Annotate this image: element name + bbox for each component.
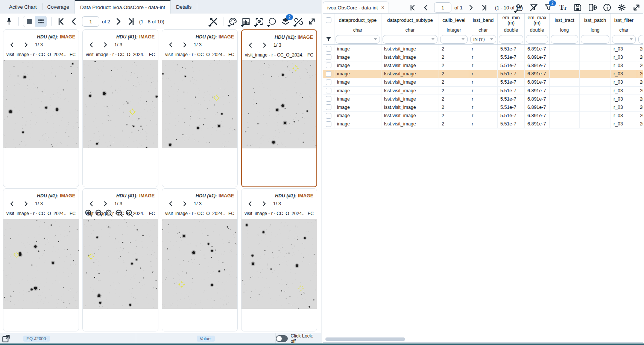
image-panel[interactable]: HDU (#1): IMAGE 1/ 3 visit_image - r - C…	[162, 188, 238, 331]
clear-filters-icon[interactable]	[529, 2, 539, 13]
settings-gear-icon[interactable]	[617, 2, 627, 13]
layers-icon[interactable]: 2	[280, 16, 291, 27]
expand-icon[interactable]	[307, 16, 317, 27]
image-panel[interactable]: HDU (#1): IMAGE 1/ 3 visit_image - r - C…	[241, 29, 317, 187]
table-row[interactable]: imagelsst.visit_image2r5.51e-76.891e-7r_…	[323, 45, 643, 53]
prev-hdu-icon[interactable]	[7, 198, 17, 209]
image-panel[interactable]: HDU (#1): IMAGE 1/ 3 visit_image - r - C…	[82, 188, 158, 331]
column-header[interactable]: em_max(m)	[525, 14, 550, 26]
tab-coverage[interactable]: Coverage	[42, 0, 75, 14]
save-icon[interactable]	[573, 2, 583, 13]
prev-hdu-icon[interactable]	[245, 40, 256, 50]
column-header[interactable]: lsst_tract	[550, 14, 580, 26]
image-panel[interactable]: HDU (#1): IMAGE 1/ 3 visit_image - r - C…	[162, 29, 238, 187]
column-header[interactable]: lsst_band	[469, 14, 498, 26]
table-row[interactable]: imagelsst.visit_image2r5.51e-76.891e-7r_…	[323, 53, 643, 61]
stretch-histogram-icon[interactable]	[241, 16, 251, 27]
table-row[interactable]: imagelsst.visit_image2r5.51e-76.891e-7r_…	[323, 103, 643, 111]
unlink-icon[interactable]	[293, 16, 304, 27]
column-header[interactable]: dataproduct_subtype	[381, 14, 439, 26]
row-checkbox[interactable]	[326, 113, 331, 119]
table-last-page-icon[interactable]	[479, 2, 490, 13]
zoom-1x-icon[interactable]: 1X	[125, 209, 134, 217]
table-page-input[interactable]: 1	[434, 2, 451, 13]
tab-details[interactable]: Details	[171, 0, 197, 14]
column-header[interactable]: em_min(m)	[498, 14, 525, 26]
image-panel[interactable]: HDU (#1): IMAGE 1/ 3 visit_image - r - C…	[3, 29, 79, 187]
zoom-fit-icon[interactable]	[105, 209, 113, 217]
row-checkbox[interactable]	[326, 71, 331, 77]
image-panel[interactable]: HDU (#1): IMAGE 1/ 3 visit_image - r - C…	[3, 188, 79, 331]
zoom-in-icon[interactable]	[85, 209, 93, 217]
column-filter-input[interactable]: IN ('r')	[470, 35, 496, 44]
filters-icon[interactable]: 2	[543, 2, 554, 13]
table-prev-page-icon[interactable]	[421, 2, 431, 13]
sky-image[interactable]	[3, 219, 79, 309]
table-next-page-icon[interactable]	[466, 2, 476, 13]
prev-hdu-icon[interactable]	[86, 198, 97, 209]
add-column-icon[interactable]	[587, 2, 598, 13]
next-hdu-icon[interactable]	[179, 198, 190, 209]
row-checkbox[interactable]	[326, 54, 331, 60]
row-checkbox[interactable]	[326, 88, 331, 93]
table-row[interactable]: imagelsst.visit_image2r5.51e-76.891e-7r_…	[323, 95, 643, 103]
image-panel[interactable]: HDU (#1): IMAGE 1/ 3 visit_image - r - C…	[241, 188, 317, 331]
column-filter-input[interactable]	[581, 35, 609, 44]
column-header[interactable]: lsst_filter	[611, 14, 637, 26]
select-all-checkbox[interactable]	[326, 17, 331, 23]
prev-hdu-icon[interactable]	[166, 40, 176, 50]
tab-active-chart[interactable]: Active Chart	[4, 0, 42, 14]
row-checkbox[interactable]	[326, 96, 331, 102]
prev-hdu-icon[interactable]	[7, 40, 17, 50]
column-header[interactable]: calib_level	[439, 14, 469, 26]
column-filter-input[interactable]	[551, 35, 578, 44]
sky-image[interactable]	[3, 60, 79, 148]
table-expand-icon[interactable]	[631, 2, 642, 13]
next-hdu-icon[interactable]	[21, 198, 31, 209]
column-filter-input[interactable]	[383, 35, 437, 44]
column-filter-input[interactable]	[499, 35, 523, 44]
table-row[interactable]: imagelsst.visit_image2r5.51e-76.891e-7r_…	[323, 120, 643, 128]
microscope-icon[interactable]	[514, 2, 524, 13]
table-row[interactable]: imagelsst.visit_image2r5.51e-76.891e-7r_…	[323, 87, 643, 95]
single-view-button[interactable]	[23, 16, 35, 27]
column-header[interactable]: lsst_patch	[580, 14, 611, 26]
sky-image[interactable]	[162, 60, 237, 148]
row-checkbox[interactable]	[326, 63, 331, 68]
tab-data-product[interactable]: Data Product: ivoa.ObsCore - data-int	[74, 0, 171, 14]
close-icon[interactable]: ×	[381, 5, 384, 10]
next-page-icon[interactable]	[113, 16, 123, 27]
table-row[interactable]: imagelsst.visit_image2r5.51e-76.891e-7r_…	[323, 61, 643, 70]
pin-icon[interactable]	[4, 16, 14, 27]
sky-image[interactable]	[242, 219, 317, 309]
image-panel[interactable]: HDU (#1): IMAGE 1/ 3 visit_image - r - C…	[82, 29, 158, 187]
table-row[interactable]: imagelsst.visit_image2r5.51e-76.891e-7r_…	[323, 78, 643, 87]
horizontal-scrollbar[interactable]	[325, 337, 405, 341]
recenter-icon[interactable]	[254, 16, 264, 27]
row-checkbox[interactable]	[326, 79, 331, 85]
click-lock-toggle[interactable]	[276, 335, 288, 342]
region-select-icon[interactable]	[267, 16, 278, 27]
zoom-fill-icon[interactable]	[115, 209, 123, 217]
column-header[interactable]	[637, 14, 643, 26]
prev-hdu-icon[interactable]	[245, 198, 255, 209]
popout-icon[interactable]	[0, 334, 12, 343]
last-page-icon[interactable]	[126, 16, 137, 27]
table-first-page-icon[interactable]	[407, 2, 418, 13]
column-filter-input[interactable]	[638, 35, 643, 44]
color-palette-icon[interactable]	[228, 16, 238, 27]
column-filter-input[interactable]	[526, 35, 548, 44]
zoom-out-icon[interactable]	[95, 209, 103, 217]
row-checkbox[interactable]	[326, 46, 331, 52]
info-icon[interactable]	[602, 2, 612, 13]
row-checkbox[interactable]	[326, 121, 331, 127]
first-page-icon[interactable]	[56, 16, 66, 27]
column-filter-input[interactable]	[612, 35, 636, 44]
table-tab[interactable]: ivoa.ObsCore - data-int ×	[323, 2, 389, 13]
next-hdu-icon[interactable]	[21, 40, 31, 50]
sky-image[interactable]	[83, 60, 158, 148]
grid-view-button[interactable]	[35, 16, 47, 27]
prev-hdu-icon[interactable]	[86, 40, 97, 50]
next-hdu-icon[interactable]	[259, 198, 269, 209]
column-filter-input[interactable]	[336, 35, 380, 44]
